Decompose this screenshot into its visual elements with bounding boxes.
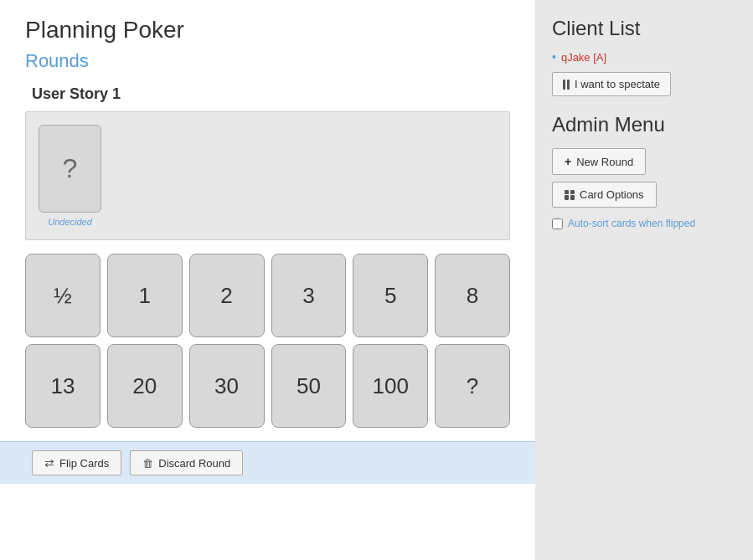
card-1-card[interactable]: 1 xyxy=(107,254,183,337)
discard-round-button[interactable]: 🗑 Discard Round xyxy=(130,450,243,475)
right-panel: Client List • qJake [A] I want to specta… xyxy=(535,0,753,560)
client-name: qJake [A] xyxy=(561,51,606,64)
player-card-symbol: ? xyxy=(63,153,78,184)
auto-sort-row[interactable]: Auto-sort cards when flipped xyxy=(552,218,736,229)
card-100-card[interactable]: 100 xyxy=(353,344,428,428)
auto-sort-label: Auto-sort cards when flipped xyxy=(568,218,695,229)
auto-sort-checkbox[interactable] xyxy=(552,218,563,229)
new-round-button[interactable]: + New Round xyxy=(552,148,646,175)
card-30-card[interactable]: 30 xyxy=(189,344,265,428)
card-3-card[interactable]: 3 xyxy=(271,254,347,337)
card-options-label: Card Options xyxy=(580,188,644,201)
card-2-card[interactable]: 2 xyxy=(189,254,265,337)
card-8-card[interactable]: 8 xyxy=(435,254,510,337)
player-card-container: ? Undecided xyxy=(39,125,101,227)
admin-menu-title: Admin Menu xyxy=(552,113,736,136)
client-list-title: Client List xyxy=(552,17,736,40)
voting-area: ? Undecided xyxy=(25,111,510,240)
flip-cards-label: Flip Cards xyxy=(59,457,109,470)
player-name: Undecided xyxy=(48,217,92,227)
left-panel: Planning Poker Rounds User Story 1 ? Und… xyxy=(0,0,535,560)
story-title: User Story 1 xyxy=(32,85,510,103)
client-item: • qJake [A] xyxy=(552,50,736,64)
player-card[interactable]: ? xyxy=(39,125,101,213)
app-title: Planning Poker xyxy=(25,17,510,44)
card-options-button[interactable]: Card Options xyxy=(552,182,657,208)
grid-icon xyxy=(565,190,575,200)
bottom-bar: ⇄ Flip Cards 🗑 Discard Round xyxy=(0,441,535,484)
spectate-label: I want to spectate xyxy=(575,78,660,90)
card-half-card[interactable]: ½ xyxy=(25,254,101,337)
flip-icon: ⇄ xyxy=(44,456,54,470)
card-50-card[interactable]: 50 xyxy=(271,344,347,428)
cards-grid: ½1235813203050100? xyxy=(25,254,510,428)
pause-icon xyxy=(563,80,570,90)
card-5-card[interactable]: 5 xyxy=(353,254,428,337)
card-20-card[interactable]: 20 xyxy=(107,344,183,428)
rounds-title: Rounds xyxy=(25,50,510,72)
discard-round-label: Discard Round xyxy=(158,457,230,470)
spectate-button[interactable]: I want to spectate xyxy=(552,72,671,96)
trash-icon: 🗑 xyxy=(142,457,153,470)
new-round-label: New Round xyxy=(576,156,633,168)
card-13-card[interactable]: 13 xyxy=(25,344,101,428)
client-dot: • xyxy=(552,50,556,64)
card-q-card[interactable]: ? xyxy=(435,344,510,428)
flip-cards-button[interactable]: ⇄ Flip Cards xyxy=(32,450,121,475)
plus-icon: + xyxy=(565,155,571,168)
